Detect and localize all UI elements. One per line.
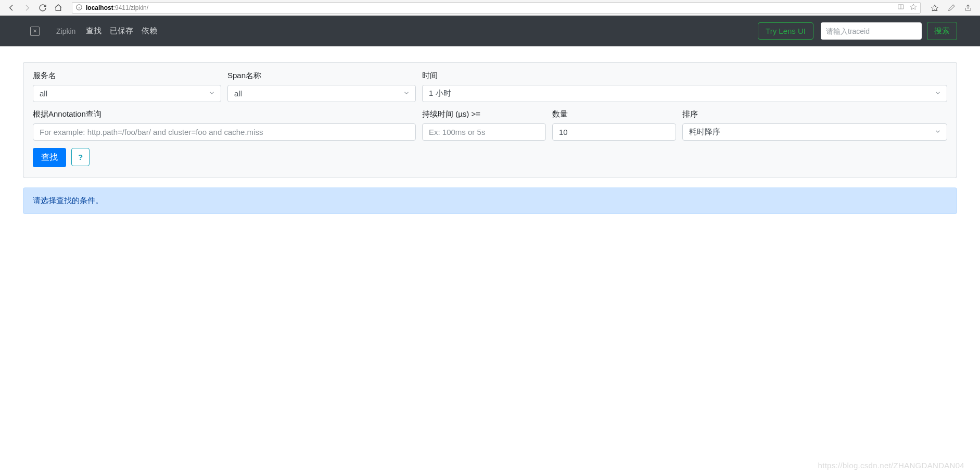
nav-dependencies[interactable]: 依赖 xyxy=(142,26,157,36)
main-content: 服务名 all Span名称 all xyxy=(0,46,980,230)
chevron-down-icon xyxy=(208,89,215,98)
nav-saved[interactable]: 已保存 xyxy=(110,26,133,36)
button-row: 查找 ? xyxy=(33,148,947,167)
zipkin-header: ✕ Zipkin 查找 已保存 依赖 Try Lens UI 搜索 xyxy=(0,16,980,46)
url-text: localhost:9411/zipkin/ xyxy=(86,4,892,11)
find-button[interactable]: 查找 xyxy=(33,148,66,167)
label-span: Span名称 xyxy=(227,71,416,81)
label-time: 时间 xyxy=(422,71,947,81)
back-button[interactable] xyxy=(5,2,18,14)
refresh-button[interactable] xyxy=(36,2,49,14)
svg-marker-5 xyxy=(910,4,917,10)
select-sort-value: 耗时降序 xyxy=(689,127,720,137)
field-duration: 持续时间 (µs) >= xyxy=(422,109,546,141)
label-annotation: 根据Annotation查询 xyxy=(33,109,416,119)
browser-toolbar: localhost:9411/zipkin/ xyxy=(0,0,980,16)
field-time: 时间 1 小时 xyxy=(422,71,947,102)
zipkin-logo-icon[interactable]: ✕ xyxy=(30,27,40,36)
chevron-down-icon xyxy=(934,128,941,136)
select-span-value: all xyxy=(234,89,242,98)
field-span: Span名称 all xyxy=(227,71,416,102)
label-sort: 排序 xyxy=(682,109,947,119)
input-annotation[interactable] xyxy=(33,123,416,141)
traceid-search-button[interactable]: 搜索 xyxy=(927,22,957,40)
question-icon: ? xyxy=(78,153,83,161)
traceid-input[interactable] xyxy=(821,22,922,40)
input-duration[interactable] xyxy=(422,123,546,141)
share-button[interactable] xyxy=(961,2,975,14)
alert-text: 请选择查找的条件。 xyxy=(33,196,103,205)
home-button[interactable] xyxy=(52,2,65,14)
select-time-value: 1 小时 xyxy=(429,89,451,98)
nav-find[interactable]: 查找 xyxy=(86,26,101,36)
field-annotation: 根据Annotation查询 xyxy=(33,109,416,141)
select-service[interactable]: all xyxy=(33,85,221,102)
url-path: :9411/zipkin/ xyxy=(113,4,148,11)
field-service: 服务名 all xyxy=(33,71,221,102)
select-sort[interactable]: 耗时降序 xyxy=(682,123,947,141)
info-alert: 请选择查找的条件。 xyxy=(23,188,957,214)
help-button[interactable]: ? xyxy=(71,148,90,166)
url-host: localhost xyxy=(86,4,113,11)
favorites-button[interactable] xyxy=(928,2,941,14)
forward-button[interactable] xyxy=(21,2,33,14)
search-panel: 服务名 all Span名称 all xyxy=(23,62,957,178)
chevron-down-icon xyxy=(934,89,941,98)
reading-view-icon[interactable] xyxy=(897,3,905,12)
url-bar[interactable]: localhost:9411/zipkin/ xyxy=(72,2,921,14)
select-time[interactable]: 1 小时 xyxy=(422,85,947,102)
row-1: 服务名 all Span名称 all xyxy=(33,71,947,102)
watermark-text: https://blog.csdn.net/ZHANGDANDAN04 xyxy=(818,461,964,470)
try-lens-button[interactable]: Try Lens UI xyxy=(758,22,813,40)
label-limit: 数量 xyxy=(552,109,676,119)
row-2: 根据Annotation查询 持续时间 (µs) >= 数量 排序 耗时降序 xyxy=(33,109,947,141)
svg-marker-6 xyxy=(931,5,938,11)
select-service-value: all xyxy=(40,89,47,98)
label-service: 服务名 xyxy=(33,71,221,81)
input-limit[interactable] xyxy=(552,123,676,141)
field-limit: 数量 xyxy=(552,109,676,141)
label-duration: 持续时间 (µs) >= xyxy=(422,109,546,119)
star-icon[interactable] xyxy=(910,3,917,12)
info-icon xyxy=(75,4,83,12)
brand-text[interactable]: Zipkin xyxy=(56,27,75,35)
field-sort: 排序 耗时降序 xyxy=(682,109,947,141)
select-span[interactable]: all xyxy=(227,85,416,102)
chevron-down-icon xyxy=(403,89,410,98)
notes-button[interactable] xyxy=(945,2,958,14)
